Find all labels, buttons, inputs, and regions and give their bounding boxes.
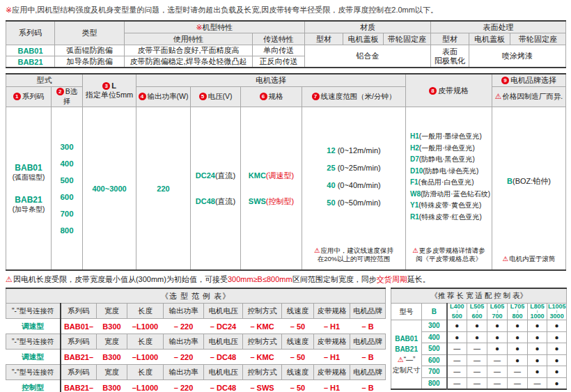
value-cell: B300 [97,319,127,334]
fit-cell: — [447,366,467,378]
value-cell: – H1 [314,319,350,334]
value-cell: – 220 [164,350,204,365]
belt-option: D10(防静电·绿色亮光) [410,166,478,178]
belt-option: F1(食品用·白色亚光) [410,177,474,189]
fit-cell: — [487,366,508,378]
col-cover2-header: 电机盖板 [469,33,510,45]
col-spec-header: 6规格 [241,87,302,107]
value-cell: –L1000 [127,350,164,365]
series-options-cell: BAB01(弧面辊型) BAB21(加导条型) [6,107,52,271]
b-options-cell: 300 400 500 600 700 800 [52,107,83,271]
number-badge-icon: 5 [199,93,207,100]
fit-cell: ● [547,354,567,366]
col-brand-header: 9电机品牌选择 [492,74,566,87]
l-range-header: L1005~3000 [547,304,567,320]
spec-option: KMC(调速型) [249,171,294,181]
fit-cell: — [447,377,467,389]
value-cell: B300 [97,350,127,365]
value-cell: –L1000 [127,319,164,334]
col-cover-header: 电机盖板 [343,33,384,45]
value-cell: – B [350,319,386,334]
header-cell: 电机电压 [204,365,243,380]
header-cell: 系列码 [61,304,97,319]
group-model-header: 型式 [6,74,83,87]
header-cell: 输出功率 [164,304,204,319]
value-cell: – DC24 [204,319,243,334]
header-cell: 线速度 [282,365,314,380]
number-badge-icon: 9 [501,77,509,84]
fit-cell: ● [528,331,547,343]
fit-cell: — [467,366,487,378]
group-material-header: 材质 [305,21,431,33]
speed-note: ⚠应用中，建议线速度保持 在20%以上的可调控范围 [314,246,393,263]
value-cell: – 50 [282,380,314,392]
number-badge-icon: 3 [102,82,110,90]
header-cell: 宽度 [97,304,127,319]
fit-cell: ● [547,343,567,355]
fit-cell: — [467,343,487,355]
warning-icon: ⚠ [314,246,320,254]
note-marker: ※ [6,6,12,14]
value-cell: – B [350,350,386,365]
value-cell: – DC48 [204,350,243,365]
warning-icon: ⚠ [495,92,501,100]
header-cell: 长度 [127,304,164,319]
number-badge-icon: 8 [429,87,437,95]
belt-option: R1(特殊皮带·红色亚光) [410,212,482,224]
value-cell: – KMC [243,350,282,365]
feature-marker: ※ [196,23,202,31]
l-range-header: L400~500 [447,304,467,320]
series-transfer: 正反向传送 [253,56,305,68]
catalog-page: ※应用中,因机型结构强度及机身变型量的问题，选型时请勿超出负载及长宽,因皮带转弯… [0,0,571,392]
col-length-header: 3L指定单位5mm [83,74,136,107]
tilde-icon: ~ [516,304,519,320]
col-profile2-header: 型材 [431,33,469,45]
speed-cell: 12 (0~12m/min) 25 (0~25m/min) 40 (0~40m/… [302,107,406,271]
col-bsel-header: 2B选择 [52,87,83,107]
header-cell: 皮带规格 [314,304,350,319]
voltage-option: DC48(直流) [196,196,235,207]
value-cell: BAB21– [61,380,97,392]
belt-option: W8(防滑动用·蓝色钻石纹) [410,189,490,201]
col-b-header: B [422,304,447,320]
value-cell: – KMC [243,319,282,334]
brand-option: B(BOZ:铂仲) [507,176,551,187]
col-speed-header: 7线速度范围（米/分钟） [302,87,406,107]
series-code: BAB01 [6,45,55,56]
header-cell: 皮带规格 [314,365,350,380]
value-cell: BAB01– [61,319,97,334]
material-value: 铝合金 [305,45,431,68]
header-cell: 系列码 [61,334,97,350]
value-cell: – 220 [164,319,204,334]
header-cell: 电机电压 [204,334,243,350]
header-cell: 线速度 [282,304,314,319]
col-profile-header: 型材 [305,33,343,45]
recommend-table-title: 《推 荐 长 宽 适 配 控 制 表》 [391,288,567,304]
tilde-icon: ~ [476,304,479,320]
number-badge-icon: 7 [312,93,320,100]
series-transfer: 单向传送 [253,45,305,56]
series-type: 弧面辊防跑偏 [55,45,125,56]
series-type: 加导条防跑偏 [55,56,125,68]
header-cell: 电机品牌 [350,365,386,380]
voltage-cell: DC24(直流) DC48(直流) [191,107,241,271]
application-note: ※应用中,因机型结构强度及机身变型量的问题，选型时请勿超出负载及长宽,因皮带转弯… [6,5,565,15]
number-badge-icon: 2 [56,88,64,95]
number-badge-icon: 1 [13,93,21,100]
value-cell: –L1000 [127,380,164,392]
col-type-header: 类型 [55,21,125,45]
col-voltage-header: 5电压(V) [191,87,241,107]
speed-option: 50 (0~50m/min) [327,194,380,212]
spec-option: SWS(控制型) [249,196,294,207]
col-seat2-header: 带轮固定座 [510,33,566,45]
header-cell: 控制方式 [243,334,282,350]
value-cell: – H1 [314,350,350,365]
fit-cell: ● [528,320,547,332]
value-cell: B300 [97,380,127,392]
spec-table: 系列码 类型 ※机型特性 材质 表面处理 使用特性 传送特性 型材 电机盖板 带… [6,20,566,68]
fit-cell: ● [487,320,508,332]
group-motor-header: 电机选择 [136,74,406,87]
brand-cell: B(BOZ:铂仲) ⚠电机内置于滚筒 [492,107,566,271]
b-value: 500 [422,343,447,355]
col-use-header: 使用特性 [125,33,253,45]
